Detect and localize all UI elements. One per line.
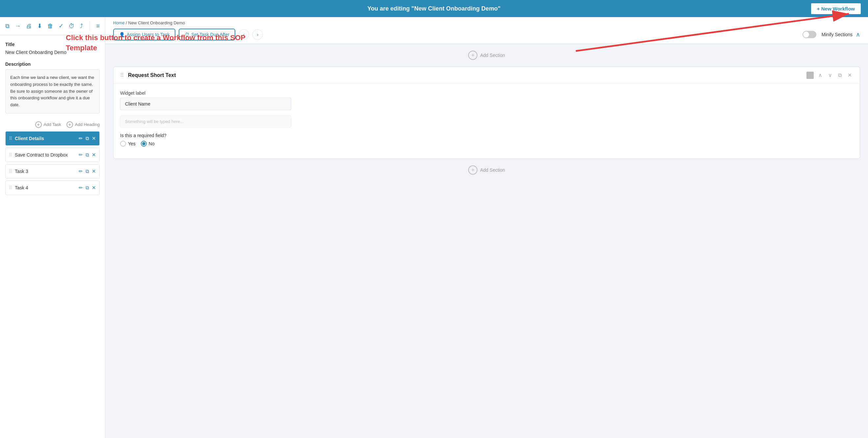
radio-yes-circle: [120, 141, 126, 147]
set-due-after-button[interactable]: ⏱ Set Task Due After: [179, 29, 235, 40]
add-section-bottom-icon: +: [468, 165, 477, 175]
drag-handle-icon: ⠿: [9, 169, 12, 174]
title-value: New Client Onboarding Demo: [5, 49, 100, 55]
share-icon[interactable]: ⤴: [80, 23, 83, 30]
section-drag-handle-icon: ⠿: [120, 72, 124, 78]
edit-task-button[interactable]: ✏: [79, 168, 83, 174]
placeholder-preview: Something will be typed here...: [120, 115, 291, 128]
task-item[interactable]: ⠿ Save Contract to Dropbox ✏ ⧉ ✕: [5, 148, 100, 162]
task-item[interactable]: ⠿ Client Details ✏ ⧉ ✕: [5, 131, 100, 146]
section-card: ⠿ Request Short Text ∧ ∨ ⧉ ✕: [113, 66, 860, 159]
assign-users-button[interactable]: 👤 Assign Users to Task: [113, 29, 175, 40]
minify-sections-toggle[interactable]: [803, 31, 816, 38]
radio-yes[interactable]: Yes: [120, 141, 135, 147]
radio-no[interactable]: No: [141, 141, 155, 147]
task-actions: ✏ ⧉ ✕: [79, 152, 96, 158]
copy-task-button[interactable]: ⧉: [86, 152, 89, 158]
widget-label-label: Widget label: [120, 91, 853, 96]
task-name: Client Details: [15, 136, 76, 141]
title-label: Title: [5, 42, 100, 47]
section-header: ⠿ Request Short Text ∧ ∨ ⧉ ✕: [114, 67, 860, 84]
drag-handle-icon: ⠿: [9, 152, 12, 158]
prev-arrow-button[interactable]: ‹: [239, 29, 249, 40]
edit-task-button[interactable]: ✏: [79, 152, 83, 158]
task-name: Task 3: [15, 169, 76, 174]
widget-label-group: Widget label: [120, 91, 853, 110]
add-heading-icon: +: [66, 121, 73, 128]
main-layout: ⧉ → 🖨 ⬇ 🗑 ✓ ⏱ ⤴ ≡ Title New Client Onboa…: [0, 17, 868, 438]
add-section-bottom-label: Add Section: [480, 167, 505, 173]
drag-handle-icon: ⠿: [9, 136, 12, 141]
delete-task-button[interactable]: ✕: [92, 185, 96, 191]
task-name: Save Contract to Dropbox: [15, 152, 76, 158]
radio-no-circle: [141, 141, 147, 147]
task-actions: ✏ ⧉ ✕: [79, 185, 96, 191]
edit-task-button[interactable]: ✏: [79, 185, 83, 191]
delete-task-button[interactable]: ✕: [92, 152, 96, 158]
add-section-top[interactable]: + Add Section: [113, 50, 860, 60]
right-panel: Home / New Client Onboarding Demo 👤 Assi…: [105, 17, 868, 438]
page-title: You are editing "New Client Onboarding D…: [291, 5, 577, 12]
left-content: Title New Client Onboarding Demo Descrip…: [0, 35, 105, 204]
add-task-icon: +: [35, 121, 42, 128]
breadcrumb-current: New Client Onboarding Demo: [128, 21, 185, 25]
required-field-group: Is this a required field? Yes No: [120, 133, 853, 147]
check-circle-icon[interactable]: ✓: [59, 22, 63, 30]
section-controls: ∧ ∨ ⧉ ✕: [806, 71, 853, 79]
section-up-button[interactable]: ∧: [817, 71, 824, 79]
arrow-right-icon[interactable]: →: [15, 23, 21, 30]
add-buttons-row: + Add Task + Add Heading: [5, 121, 100, 128]
trash-icon[interactable]: 🗑: [48, 23, 53, 30]
copy-task-button[interactable]: ⧉: [86, 185, 89, 191]
add-task-button[interactable]: + Add Task: [35, 121, 61, 128]
description-label: Description: [5, 62, 100, 67]
section-body: Widget label Something will be typed her…: [114, 84, 860, 159]
left-panel: ⧉ → 🖨 ⬇ 🗑 ✓ ⏱ ⤴ ≡ Title New Client Onboa…: [0, 17, 105, 438]
widget-label-input[interactable]: [120, 98, 291, 110]
radio-group: Yes No: [120, 141, 853, 147]
chevron-up-icon[interactable]: ∧: [856, 31, 860, 38]
content-area: + Add Section ⠿ Request Short Text ∧ ∨ ⧉…: [105, 44, 868, 438]
add-section-label: Add Section: [480, 53, 505, 58]
add-section-bottom[interactable]: + Add Section: [113, 165, 860, 175]
task-item[interactable]: ⠿ Task 3 ✏ ⧉ ✕: [5, 164, 100, 178]
toggle-thumb: [803, 32, 809, 37]
new-workflow-button[interactable]: + New Workflow: [810, 3, 861, 15]
minify-sections-label: Minify Sections: [822, 32, 852, 37]
section-down-button[interactable]: ∨: [827, 71, 833, 79]
task-item[interactable]: ⠿ Task 4 ✏ ⧉ ✕: [5, 180, 100, 195]
section-copy-button[interactable]: ⧉: [837, 72, 843, 79]
description-value: Each time we land a new client, we want …: [5, 69, 100, 113]
section-close-button[interactable]: ✕: [846, 71, 853, 79]
clock-icon: ⏱: [185, 32, 189, 37]
edit-task-button[interactable]: ✏: [79, 135, 83, 141]
add-heading-button[interactable]: + Add Heading: [66, 121, 100, 128]
toolbar: ⧉ → 🖨 ⬇ 🗑 ✓ ⏱ ⤴ ≡: [0, 17, 105, 35]
clock-icon[interactable]: ⏱: [69, 23, 75, 30]
top-bar: You are editing "New Client Onboarding D…: [0, 0, 868, 17]
copy-icon[interactable]: ⧉: [5, 23, 9, 30]
required-label: Is this a required field?: [120, 133, 853, 138]
task-list: ⠿ Client Details ✏ ⧉ ✕ ⠿ Save Contract t…: [5, 131, 100, 197]
right-header: Home / New Client Onboarding Demo 👤 Assi…: [105, 17, 868, 44]
task-actions: ✏ ⧉ ✕: [79, 135, 96, 141]
breadcrumb-home[interactable]: Home: [113, 21, 125, 25]
delete-task-button[interactable]: ✕: [92, 168, 96, 174]
delete-task-button[interactable]: ✕: [92, 135, 96, 141]
placeholder-group: Something will be typed here...: [120, 115, 853, 128]
task-name: Task 4: [15, 185, 76, 191]
user-icon: 👤: [119, 32, 125, 37]
print-icon[interactable]: 🖨: [26, 23, 32, 30]
copy-task-button[interactable]: ⧉: [86, 168, 89, 174]
drag-handle-icon: ⠿: [9, 185, 12, 191]
section-title: Request Short Text: [128, 72, 803, 78]
list-icon[interactable]: ≡: [96, 23, 100, 30]
header-actions: 👤 Assign Users to Task ⏱ Set Task Due Af…: [113, 29, 860, 40]
download-icon[interactable]: ⬇: [37, 22, 42, 30]
add-section-icon: +: [468, 50, 477, 60]
task-actions: ✏ ⧉ ✕: [79, 168, 96, 174]
next-arrow-button[interactable]: ›: [252, 29, 263, 40]
copy-task-button[interactable]: ⧉: [86, 135, 89, 141]
breadcrumb: Home / New Client Onboarding Demo: [113, 21, 860, 25]
section-square-icon: [806, 72, 814, 79]
